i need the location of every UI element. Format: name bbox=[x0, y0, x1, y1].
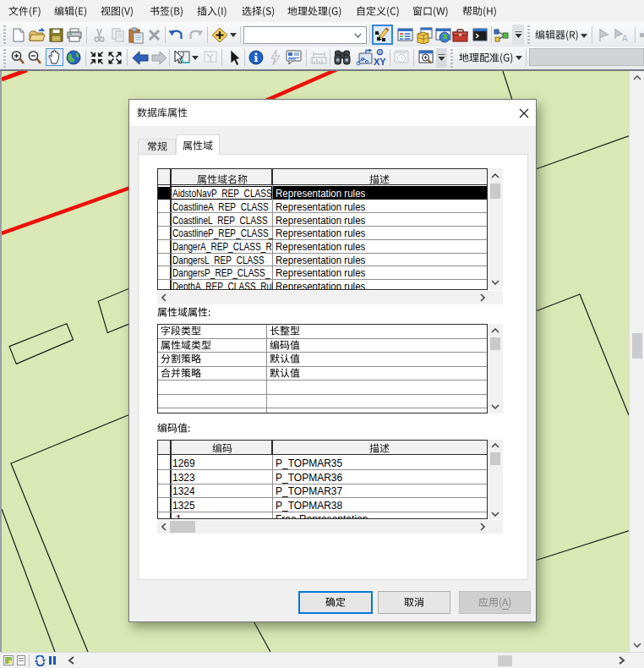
svg-text:XY: XY bbox=[374, 57, 386, 67]
svg-text:A: A bbox=[622, 34, 628, 42]
